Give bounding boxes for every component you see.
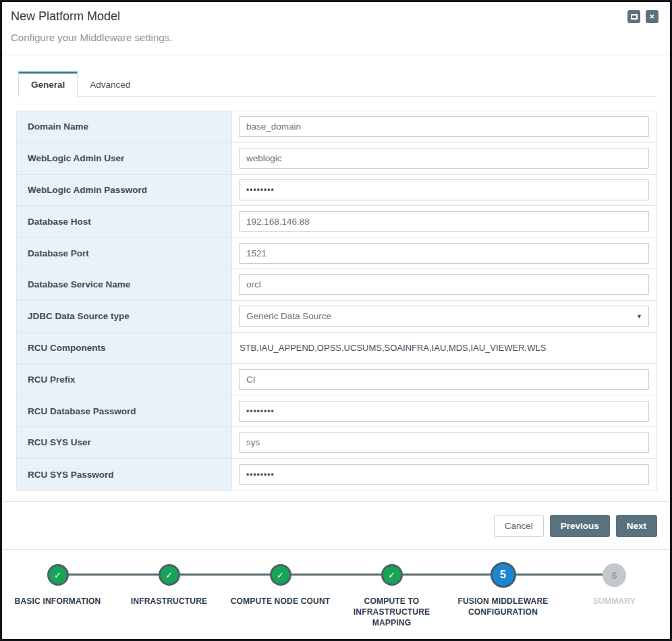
wizard-step-4: ✓COMPUTE TO INFRASTRUCTURE MAPPING: [336, 561, 447, 639]
step-check-icon[interactable]: ✓: [270, 564, 291, 586]
step-circle-slot: 6: [603, 561, 626, 588]
rcu-components-text: STB,IAU_APPEND,OPSS,UCSUMS,SOAINFRA,IAU,…: [239, 343, 546, 353]
dialog-subtitle: Configure your Middleware settings.: [11, 32, 659, 43]
dialog-title: New Platform Model: [11, 9, 659, 24]
database-host-value-cell: [232, 206, 656, 237]
rcu-database-password-value-cell: [232, 395, 656, 426]
wizard-step-3: ✓COMPUTE NODE COUNT: [225, 561, 336, 639]
tab-bar: General Advanced: [18, 72, 657, 97]
wizard-step-5: 5FUSION MIDDLEWARE CONFIGURATION: [447, 561, 559, 639]
wizard-step-6: 6SUMMARY: [559, 561, 670, 639]
tab-advanced[interactable]: Advanced: [78, 74, 142, 96]
cancel-button[interactable]: Cancel: [494, 515, 544, 537]
step-check-icon[interactable]: ✓: [381, 564, 403, 586]
weblogic-admin-user-field[interactable]: [239, 148, 649, 169]
step-circle-slot: ✓: [270, 561, 291, 588]
step-circle-slot: ✓: [159, 561, 180, 588]
step-check-icon[interactable]: ✓: [47, 564, 69, 586]
database-host-field[interactable]: [239, 211, 649, 232]
step-label: COMPUTE NODE COUNT: [231, 596, 331, 607]
domain-name-label: Domain Name: [17, 111, 232, 142]
form-row-domain-name: Domain Name: [17, 111, 656, 143]
form-row-rcu-sys-password: RCU SYS Password: [17, 459, 656, 491]
form-row-weblogic-admin-password: WebLogic Admin Password: [17, 175, 656, 206]
form-table: Domain NameWebLogic Admin UserWebLogic A…: [16, 111, 657, 491]
wizard-step-1: ✓BASIC INFORMATION: [2, 561, 113, 639]
rcu-database-password-label: RCU Database Password: [17, 395, 232, 426]
rcu-sys-password-value-cell: [232, 459, 656, 491]
rcu-sys-password-password-field[interactable]: [239, 464, 649, 485]
window-controls: ✕: [627, 10, 659, 23]
rcu-sys-user-label: RCU SYS User: [17, 427, 232, 458]
form-row-rcu-database-password: RCU Database Password: [17, 395, 656, 427]
rcu-components-value-cell: STB,IAU_APPEND,OPSS,UCSUMS,SOAINFRA,IAU,…: [232, 333, 656, 364]
rcu-database-password-password-field[interactable]: [239, 401, 649, 422]
form-row-weblogic-admin-user: WebLogic Admin User: [17, 143, 656, 175]
step-circle-slot: ✓: [381, 561, 403, 588]
jdbc-data-source-type-select-wrap: Generic Data Source▼: [239, 306, 649, 327]
tab-general[interactable]: General: [18, 72, 78, 97]
database-service-name-field[interactable]: [239, 274, 649, 295]
form-row-jdbc-data-source-type: JDBC Data Source typeGeneric Data Source…: [17, 301, 656, 333]
database-service-name-label: Database Service Name: [17, 269, 232, 300]
jdbc-data-source-type-select[interactable]: Generic Data Source: [239, 306, 649, 327]
rcu-prefix-field[interactable]: [239, 369, 649, 390]
wizard-step-2: ✓INFRASTRUCTURE: [113, 561, 225, 639]
weblogic-admin-user-value-cell: [232, 143, 656, 174]
rcu-prefix-value-cell: [232, 364, 656, 395]
maximize-icon: [631, 14, 638, 20]
step-label: SUMMARY: [593, 596, 636, 607]
step-label: BASIC INFORMATION: [15, 596, 101, 607]
dialog-header: New Platform Model Configure your Middle…: [2, 2, 670, 55]
close-button[interactable]: ✕: [646, 10, 659, 23]
step-check-icon[interactable]: ✓: [159, 564, 180, 586]
step-circle-slot: 5: [491, 561, 516, 588]
previous-button[interactable]: Previous: [550, 515, 610, 537]
rcu-sys-password-label: RCU SYS Password: [17, 459, 232, 491]
database-port-label: Database Port: [17, 238, 232, 269]
database-port-field[interactable]: [239, 243, 649, 264]
form-row-rcu-components: RCU ComponentsSTB,IAU_APPEND,OPSS,UCSUMS…: [17, 333, 656, 364]
form-row-database-service-name: Database Service Name: [17, 269, 656, 301]
form-row-rcu-sys-user: RCU SYS User: [17, 427, 656, 459]
new-platform-model-dialog: New Platform Model Configure your Middle…: [0, 0, 672, 641]
form-row-rcu-prefix: RCU Prefix: [17, 364, 656, 395]
wizard-stepper: ✓BASIC INFORMATION✓INFRASTRUCTURE✓COMPUT…: [2, 550, 670, 639]
rcu-sys-user-field[interactable]: [239, 432, 649, 453]
database-service-name-value-cell: [232, 269, 656, 300]
rcu-prefix-label: RCU Prefix: [17, 364, 232, 395]
jdbc-data-source-type-value-cell: Generic Data Source▼: [232, 301, 656, 332]
next-button[interactable]: Next: [616, 515, 657, 537]
database-port-value-cell: [232, 238, 656, 269]
weblogic-admin-password-password-field[interactable]: [239, 179, 649, 200]
form-row-database-host: Database Host: [17, 206, 656, 238]
step-number-circle[interactable]: 5: [491, 562, 516, 588]
button-bar: Cancel Previous Next: [2, 502, 670, 549]
weblogic-admin-password-value-cell: [232, 175, 656, 206]
database-host-label: Database Host: [17, 206, 232, 237]
form-row-database-port: Database Port: [17, 238, 656, 269]
domain-name-field[interactable]: [239, 116, 649, 137]
jdbc-data-source-type-label: JDBC Data Source type: [17, 301, 232, 332]
close-icon: ✕: [649, 13, 654, 20]
step-label: COMPUTE TO INFRASTRUCTURE MAPPING: [336, 596, 447, 629]
maximize-button[interactable]: [627, 10, 640, 23]
step-number-circle: 6: [603, 563, 626, 587]
step-circle-slot: ✓: [47, 561, 69, 588]
rcu-components-label: RCU Components: [17, 333, 232, 364]
step-label: INFRASTRUCTURE: [131, 596, 207, 607]
spacer: [2, 491, 670, 501]
weblogic-admin-password-label: WebLogic Admin Password: [17, 175, 232, 206]
domain-name-value-cell: [232, 111, 656, 142]
rcu-sys-user-value-cell: [232, 427, 656, 458]
step-label: FUSION MIDDLEWARE CONFIGURATION: [447, 596, 559, 617]
weblogic-admin-user-label: WebLogic Admin User: [17, 143, 232, 174]
